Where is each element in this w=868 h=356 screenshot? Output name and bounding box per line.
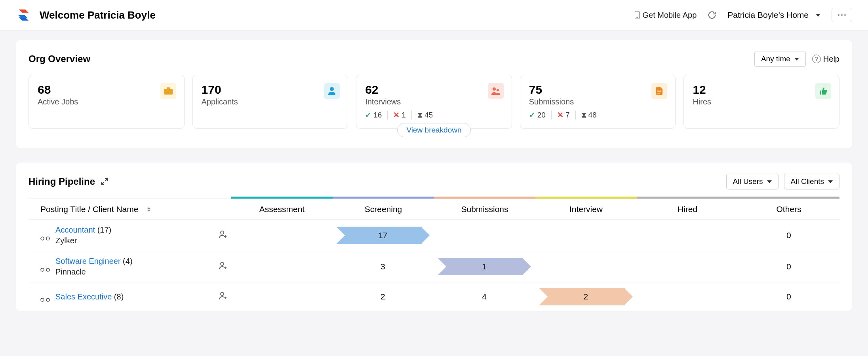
- welcome-text: Welcome Patricia Boyle: [40, 9, 156, 21]
- pipeline-table-header: Posting Title / Client Name Assessment S…: [29, 199, 839, 220]
- view-breakdown-button[interactable]: View breakdown: [397, 123, 470, 137]
- stat-value: 170: [202, 83, 339, 97]
- stage-others: 0: [786, 292, 791, 301]
- get-mobile-app-link[interactable]: Get Mobile App: [635, 11, 697, 20]
- person-icon: [324, 83, 340, 99]
- stage-submissions-chip[interactable]: 1: [438, 258, 531, 275]
- mobile-app-label: Get Mobile App: [643, 11, 697, 20]
- svg-point-3: [493, 87, 496, 91]
- clients-filter-dropdown[interactable]: All Clients: [784, 174, 839, 189]
- svg-point-10: [221, 231, 224, 234]
- rejected-count: 7: [565, 111, 570, 119]
- column-assessment[interactable]: Assessment: [231, 199, 333, 220]
- job-count: (17): [97, 225, 112, 234]
- approved-count: 20: [537, 111, 546, 119]
- job-title-link[interactable]: Accountant: [55, 225, 95, 234]
- stage-color-strip: [29, 197, 839, 199]
- check-icon: ✓: [365, 110, 371, 119]
- help-label: Help: [823, 55, 839, 64]
- time-filter-label: Any time: [761, 55, 790, 63]
- job-title-link[interactable]: Software Engineer: [55, 257, 121, 265]
- svg-rect-1: [167, 87, 170, 89]
- column-submissions[interactable]: Submissions: [434, 199, 535, 220]
- sort-icon: [147, 207, 151, 212]
- home-dropdown-label: Patricia Boyle's Home: [727, 10, 809, 20]
- job-count: (8): [114, 292, 124, 301]
- pipeline-title: Hiring Pipeline: [29, 176, 95, 187]
- stat-label: Applicants: [202, 97, 339, 106]
- approved-count: 16: [373, 111, 382, 119]
- home-dropdown[interactable]: Patricia Boyle's Home: [727, 10, 820, 20]
- check-icon: ✓: [529, 110, 535, 119]
- add-person-icon[interactable]: [218, 261, 228, 273]
- pipeline-table: Posting Title / Client Name Assessment S…: [29, 197, 839, 311]
- stat-submissions[interactable]: 75 Submissions ✓20 ✕7 ⧗48: [520, 75, 676, 129]
- stat-interviews[interactable]: 62 Interviews ✓16 ✕1 ⧗45: [356, 75, 512, 129]
- job-count: (4): [123, 257, 132, 265]
- stat-label: Interviews: [365, 97, 503, 106]
- thumbs-up-icon: [815, 83, 831, 99]
- pending-count: 48: [588, 111, 597, 119]
- org-overview-title: Org Overview: [29, 53, 90, 64]
- svg-point-12: [46, 268, 49, 271]
- svg-point-2: [330, 87, 334, 91]
- app-logo: [16, 7, 32, 23]
- stat-value: 68: [38, 83, 175, 97]
- stat-value: 62: [365, 83, 503, 97]
- stat-label: Submissions: [529, 97, 667, 106]
- hourglass-icon: ⧗: [417, 111, 423, 119]
- chevron-down-icon: [828, 180, 833, 183]
- client-name: Zylker: [55, 235, 213, 246]
- stage-screening-chip[interactable]: 17: [336, 227, 430, 244]
- chevron-down-icon: [767, 180, 772, 183]
- column-screening[interactable]: Screening: [333, 199, 434, 220]
- stage-others: 0: [786, 231, 791, 240]
- pipeline-row: Accountant (17) Zylker 17: [29, 220, 839, 251]
- pipeline-row: Sales Executive (8) 2 4 2: [29, 282, 839, 311]
- expand-icon[interactable]: [101, 178, 108, 186]
- hourglass-icon: ⧗: [581, 111, 586, 119]
- svg-rect-7: [657, 93, 660, 94]
- rejected-count: 1: [402, 111, 406, 119]
- org-overview-card: Org Overview Any time ? Help 68 Active J…: [16, 40, 852, 148]
- stat-label: Hires: [693, 97, 830, 106]
- svg-point-13: [221, 262, 224, 265]
- svg-point-9: [46, 237, 49, 240]
- time-filter-dropdown[interactable]: Any time: [754, 51, 806, 67]
- client-name: Pinnacle: [55, 267, 213, 277]
- topbar: Welcome Patricia Boyle Get Mobile App Pa…: [0, 0, 868, 30]
- stage-screening: 2: [381, 292, 385, 301]
- help-link[interactable]: ? Help: [812, 55, 839, 64]
- bicycle-icon: [40, 264, 50, 269]
- column-hired[interactable]: Hired: [637, 199, 738, 220]
- clients-filter-label: All Clients: [791, 177, 824, 186]
- add-person-icon[interactable]: [218, 291, 228, 303]
- svg-point-4: [497, 89, 499, 91]
- column-interview[interactable]: Interview: [535, 199, 637, 220]
- stat-applicants[interactable]: 170 Applicants: [192, 75, 348, 129]
- more-button[interactable]: [832, 8, 852, 22]
- bicycle-icon: [40, 233, 50, 238]
- pending-count: 45: [424, 111, 433, 119]
- column-posting[interactable]: Posting Title / Client Name: [29, 199, 231, 220]
- add-person-icon[interactable]: [218, 230, 228, 241]
- stage-submissions: 4: [482, 292, 487, 301]
- column-others[interactable]: Others: [738, 199, 839, 220]
- chevron-down-icon: [794, 58, 799, 61]
- svg-rect-5: [657, 90, 661, 91]
- refresh-icon[interactable]: [708, 11, 716, 19]
- users-filter-dropdown[interactable]: All Users: [726, 174, 779, 189]
- svg-point-14: [41, 298, 44, 301]
- briefcase-icon: [160, 83, 176, 99]
- svg-rect-0: [164, 89, 173, 95]
- stage-screening: 3: [381, 262, 385, 271]
- stat-active-jobs[interactable]: 68 Active Jobs: [29, 75, 185, 129]
- svg-point-16: [221, 292, 224, 295]
- job-title-link[interactable]: Sales Executive: [55, 292, 112, 301]
- svg-point-8: [41, 237, 44, 240]
- svg-point-15: [46, 298, 49, 301]
- stat-hires[interactable]: 12 Hires: [683, 75, 839, 129]
- svg-rect-6: [657, 91, 661, 92]
- stage-interview-chip[interactable]: 2: [539, 288, 632, 305]
- bicycle-icon: [40, 294, 50, 299]
